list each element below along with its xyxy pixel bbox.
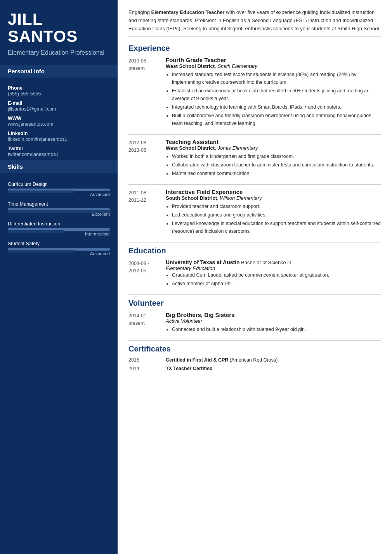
experience-container: 2013-08 - present Fourth Grade Teacher W… <box>128 57 381 236</box>
certificate-row: 2014 TX Teacher Certified <box>128 366 381 371</box>
volunteer-container: 2014-01 - present Big Brothers, Big Sist… <box>128 312 381 334</box>
phone-label: Phone <box>8 85 110 91</box>
bullet-item: Led educational games and group activiti… <box>172 211 381 219</box>
entry-title: Fourth Grade Teacher <box>166 57 381 63</box>
education-heading: Education <box>128 246 381 255</box>
entry-bullets: Graduated Cum Laude; asked be commenceme… <box>172 271 381 287</box>
skill-bar-bg <box>8 189 110 191</box>
entry-bullets: Connected and built a relationship with … <box>172 325 381 333</box>
bullet-item: Collaborated with classroom teacher to a… <box>172 161 381 169</box>
education-container: 2008-08 - 2012-05 University of Texas at… <box>128 259 381 288</box>
skill-name: Curriculum Design <box>8 182 110 187</box>
skill-name: Differentiated Instruction <box>8 221 110 227</box>
experience-entry: 2013-08 - present Fourth Grade Teacher W… <box>128 57 381 128</box>
cert-year: 2014 <box>128 366 160 371</box>
bullet-item: Integrated technology into learning with… <box>172 103 381 111</box>
skill-name: Student Safety <box>8 241 110 246</box>
entry-title: Big Brothers, Big Sisters <box>166 312 381 318</box>
bullet-item: Active member of Alpha Phi. <box>172 280 381 287</box>
education-entry: 2008-08 - 2012-05 University of Texas at… <box>128 259 381 288</box>
email-label: E-mail <box>8 100 110 106</box>
bullet-item: Increased standardized test score for st… <box>172 71 381 86</box>
sidebar-header: JILL SANTOS Elementary Education Profess… <box>0 0 118 65</box>
cert-desc: TX Teacher Certified <box>166 366 381 371</box>
experience-entry: 2012-08 - 2013-08 Teaching Assistant Wes… <box>128 138 381 178</box>
skills-content: Curriculum Design Advanced Time Manageme… <box>0 173 118 259</box>
bullet-item: Leveraged knowledge in special education… <box>172 220 381 235</box>
experience-heading: Experience <box>128 44 381 53</box>
exp-divider <box>128 134 381 135</box>
www-value: www.janesantos.com <box>8 121 110 127</box>
entry-date: 2008-08 - 2012-05 <box>128 259 160 288</box>
entry-title: University of Texas at Austin Bachelor o… <box>166 259 381 271</box>
entry-date: 2011-08 - 2011-12 <box>128 189 160 236</box>
linkedin-label: LinkedIn <box>8 131 110 136</box>
entry-body: University of Texas at Austin Bachelor o… <box>166 259 381 288</box>
volunteer-entry: 2014-01 - present Big Brothers, Big Sist… <box>128 312 381 334</box>
exp-divider <box>128 184 381 185</box>
linkedin-value: linkedin.com/in/janesantos1 <box>8 137 110 142</box>
entry-body: Teaching Assistant West School District,… <box>166 138 381 178</box>
entry-org: West School District, Jones Elementary <box>166 145 381 151</box>
entry-date: 2012-08 - 2013-08 <box>128 138 160 178</box>
bullet-item: Established an extracurricular book club… <box>172 87 381 102</box>
skills-section: Skills Curriculum Design Advanced Time M… <box>0 160 118 259</box>
skill-bar-fill <box>8 250 74 253</box>
entry-title: Teaching Assistant <box>166 138 381 145</box>
candidate-title: Elementary Education Professional <box>8 49 110 57</box>
phone-value: (555) 555-5555 <box>8 91 110 97</box>
cert-year: 2015 <box>128 357 160 363</box>
cert-desc: Certified in First Aid & CPR (American R… <box>166 357 381 363</box>
skill-name: Time Management <box>8 201 110 207</box>
skills-label: Skills <box>0 160 118 173</box>
main-content: Engaging Elementary Education Teacher wi… <box>118 0 392 554</box>
personal-info-content: Phone (555) 555-5555 E-mail jillsantos1@… <box>0 78 118 160</box>
twitter-value: twitter.com/janesantos1 <box>8 152 110 157</box>
resume-container: JILL SANTOS Elementary Education Profess… <box>0 0 392 554</box>
skill-bar-bg <box>8 208 110 211</box>
entry-date: 2013-08 - present <box>128 57 160 128</box>
personal-info-section: Personal Info Phone (555) 555-5555 E-mai… <box>0 65 118 160</box>
entry-bullets: Increased standardized test score for st… <box>172 71 381 127</box>
bullet-item: Built a collaborative and friendly class… <box>172 112 381 127</box>
skill-bar-bg <box>8 248 110 251</box>
experience-entry: 2011-08 - 2011-12 Interactive Field Expe… <box>128 189 381 236</box>
bullet-item: Graduated Cum Laude; asked be commenceme… <box>172 271 381 279</box>
entry-body: Interactive Field Experience South Schoo… <box>166 189 381 236</box>
personal-info-label: Personal Info <box>0 65 118 78</box>
bullet-item: Connected and built a relationship with … <box>172 325 381 333</box>
entry-body: Big Brothers, Big Sisters Active Volunte… <box>166 312 381 334</box>
twitter-label: Twitter <box>8 146 110 151</box>
entry-org: Active Volunteer <box>166 318 381 324</box>
bullet-item: Maintained constant communication <box>172 170 381 177</box>
certificates-container: 2015 Certified in First Aid & CPR (Ameri… <box>128 357 381 371</box>
skill-bar-fill <box>8 190 74 193</box>
certificates-heading: Certificates <box>128 345 381 353</box>
entry-bullets: Provided teacher and classroom support.L… <box>172 203 381 235</box>
entry-bullets: Worked in both a kindergarten and first … <box>172 152 381 177</box>
sidebar: JILL SANTOS Elementary Education Profess… <box>0 0 118 554</box>
skill-bar-fill <box>8 230 64 233</box>
www-label: WWW <box>8 116 110 121</box>
bullet-item: Worked in both a kindergarten and first … <box>172 152 381 160</box>
entry-body: Fourth Grade Teacher West School Distric… <box>166 57 381 128</box>
volunteer-divider <box>128 294 381 295</box>
entry-date: 2014-01 - present <box>128 312 160 334</box>
entry-org: West School District, Smith Elementary <box>166 63 381 69</box>
education-divider <box>128 242 381 242</box>
volunteer-heading: Volunteer <box>128 299 381 308</box>
bullet-item: Provided teacher and classroom support. <box>172 203 381 210</box>
certificate-row: 2015 Certified in First Aid & CPR (Ameri… <box>128 357 381 363</box>
certificates-divider <box>128 340 381 341</box>
email-value: jillsantos1@gmail.com <box>8 106 110 112</box>
skill-bar-bg <box>8 228 110 231</box>
candidate-name: JILL SANTOS <box>8 11 110 45</box>
entry-org: South School District, Wilson Elementary <box>166 195 381 201</box>
summary: Engaging Elementary Education Teacher wi… <box>128 9 381 37</box>
entry-title: Interactive Field Experience <box>166 189 381 195</box>
